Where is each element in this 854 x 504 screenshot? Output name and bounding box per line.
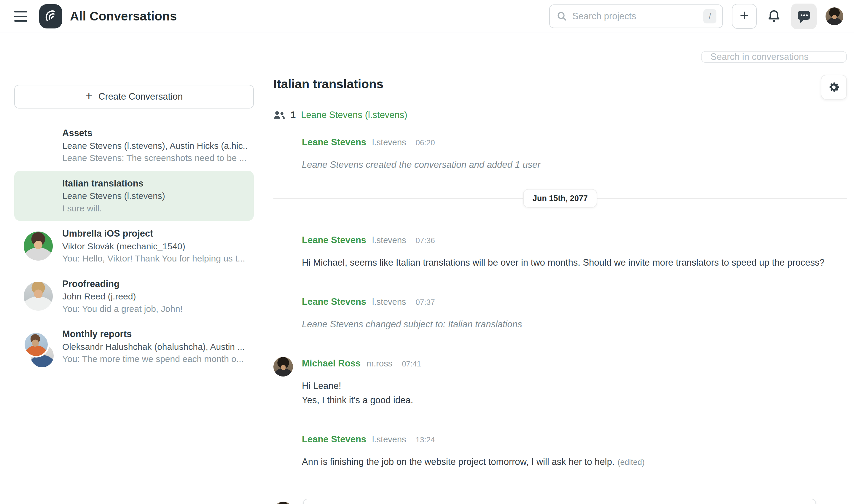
conversation-list: Assets Leane Stevens (l.stevens), Austin… xyxy=(14,120,254,372)
bell-icon[interactable] xyxy=(766,8,782,24)
message-avatar xyxy=(273,433,293,452)
people-icon xyxy=(273,111,285,120)
conversation-avatar xyxy=(24,282,53,311)
create-conversation-button[interactable]: + Create Conversation xyxy=(14,85,254,108)
conversation-list-item[interactable]: Umbrella iOS project Viktor Slovák (mech… xyxy=(14,221,254,271)
conversation-last-message: I sure will. xyxy=(62,202,248,214)
message-author-link[interactable]: Michael Ross xyxy=(302,358,360,369)
message-avatar xyxy=(273,234,293,253)
chat-bubble-icon[interactable] xyxy=(791,3,817,29)
conversation-last-message: You: The more time we spend each month o… xyxy=(62,353,248,365)
participants-row: 1 Leane Stevens (l.stevens) xyxy=(273,110,847,120)
message-avatar xyxy=(273,295,293,315)
system-message-text: Leane Stevens changed subject to: Italia… xyxy=(302,317,522,331)
message-username: l.stevens xyxy=(372,235,406,245)
conversation-title-heading: Italian translations xyxy=(273,77,384,91)
conversation-avatar xyxy=(24,332,53,361)
conversation-participants: Viktor Slovák (mechanic_1540) xyxy=(62,240,248,252)
message-time: 06:20 xyxy=(416,138,435,147)
conversation-participants: Oleksandr Halushchak (ohalushcha), Austi… xyxy=(62,341,248,353)
edited-label: (edited) xyxy=(618,458,645,467)
projects-search[interactable]: / xyxy=(549,4,723,28)
conversation-title: Umbrella iOS project xyxy=(62,228,248,240)
message-author-link[interactable]: Leane Stevens xyxy=(302,235,366,246)
top-header: All Conversations / + xyxy=(0,0,854,33)
message-text: Yes, I think it's a good idea. xyxy=(302,393,421,407)
conversation-title: Italian translations xyxy=(62,177,248,190)
message-text: Hi Leane! xyxy=(302,379,421,393)
chat-panel: Italian translations 1 Leane Stevens (l.… xyxy=(254,33,854,504)
message-avatar xyxy=(273,136,293,155)
message-username: l.stevens xyxy=(372,138,406,147)
message-author-link[interactable]: Leane Stevens xyxy=(302,296,366,307)
send-arrow-icon[interactable] xyxy=(826,499,847,504)
conversation-participants: Leane Stevens (l.stevens), Austin Hicks … xyxy=(62,140,248,152)
user-avatar[interactable] xyxy=(825,7,843,25)
date-divider: Jun 15th, 2077 xyxy=(273,198,847,199)
keyboard-shortcut-hint: / xyxy=(704,9,716,23)
add-button[interactable]: + xyxy=(732,4,757,29)
message-username: l.stevens xyxy=(372,297,406,307)
system-message-text: Leane Stevens created the conversation a… xyxy=(302,158,540,172)
app-logo[interactable] xyxy=(39,4,62,29)
search-input[interactable] xyxy=(572,11,704,22)
conversation-participants: Leane Stevens (l.stevens) xyxy=(62,190,248,202)
message-author-link[interactable]: Leane Stevens xyxy=(302,137,366,148)
chat-message: Leane Stevens l.stevens 06:20 Leane Stev… xyxy=(273,136,847,172)
gear-icon[interactable] xyxy=(821,75,847,100)
page-title: All Conversations xyxy=(70,9,177,23)
message-author-link[interactable]: Leane Stevens xyxy=(302,434,366,445)
message-time: 13:24 xyxy=(416,435,435,445)
conversation-avatar xyxy=(24,181,53,210)
message-feed: Leane Stevens l.stevens 06:20 Leane Stev… xyxy=(273,136,847,494)
conversation-list-item[interactable]: Italian translations Leane Stevens (l.st… xyxy=(14,171,254,221)
conversation-last-message: Leane Stevens: The screenshots need to b… xyxy=(62,152,248,164)
message-text: Hi Michael, seems like Italian translati… xyxy=(302,255,825,270)
conversation-title: Monthly reports xyxy=(62,328,248,341)
hamburger-menu-icon[interactable] xyxy=(14,11,27,22)
plus-icon: + xyxy=(85,96,93,97)
conversation-last-message: You: Hello, Viktor! Thank You for helpin… xyxy=(62,252,248,265)
message-avatar xyxy=(273,357,293,377)
message-time: 07:37 xyxy=(416,298,435,307)
conversation-last-message: You: You did a great job, John! xyxy=(62,303,248,315)
chat-message: Leane Stevens l.stevens 07:37 Leane Stev… xyxy=(273,295,847,331)
composer-avatar xyxy=(273,502,293,504)
chat-message: Michael Ross m.ross 07:41 Hi Leane!Yes, … xyxy=(273,357,847,407)
conversation-participants: John Reed (j.reed) xyxy=(62,290,248,302)
conversation-title: Assets xyxy=(62,127,248,140)
create-conversation-label: Create Conversation xyxy=(99,91,183,102)
conversation-title: Proofreading xyxy=(62,278,248,290)
conversation-list-item[interactable]: Proofreading John Reed (j.reed) You: You… xyxy=(14,271,254,322)
search-in-conversations-input[interactable] xyxy=(701,51,847,63)
message-time: 07:36 xyxy=(416,236,435,245)
message-username: m.ross xyxy=(367,359,392,368)
conversations-sidebar: + Create Conversation Assets Leane Steve… xyxy=(0,33,254,504)
conversation-avatar xyxy=(24,232,53,260)
message-composer xyxy=(273,499,847,504)
message-username: l.stevens xyxy=(372,435,406,445)
participant-link[interactable]: Leane Stevens (l.stevens) xyxy=(301,110,407,120)
new-message-input[interactable] xyxy=(303,499,816,504)
message-text: Ann is finishing the job on the website … xyxy=(302,455,645,469)
conversation-avatar xyxy=(24,131,53,160)
message-time: 07:41 xyxy=(402,359,421,368)
participants-count: 1 xyxy=(290,110,296,120)
chat-message: Leane Stevens l.stevens 13:24 Ann is fin… xyxy=(273,433,847,469)
conversation-list-item[interactable]: Monthly reports Oleksandr Halushchak (oh… xyxy=(14,321,254,372)
conversation-list-item[interactable]: Assets Leane Stevens (l.stevens), Austin… xyxy=(14,120,254,171)
search-icon xyxy=(557,11,567,21)
chat-message: Leane Stevens l.stevens 07:36 Hi Michael… xyxy=(273,234,847,270)
date-divider-label: Jun 15th, 2077 xyxy=(523,189,597,208)
